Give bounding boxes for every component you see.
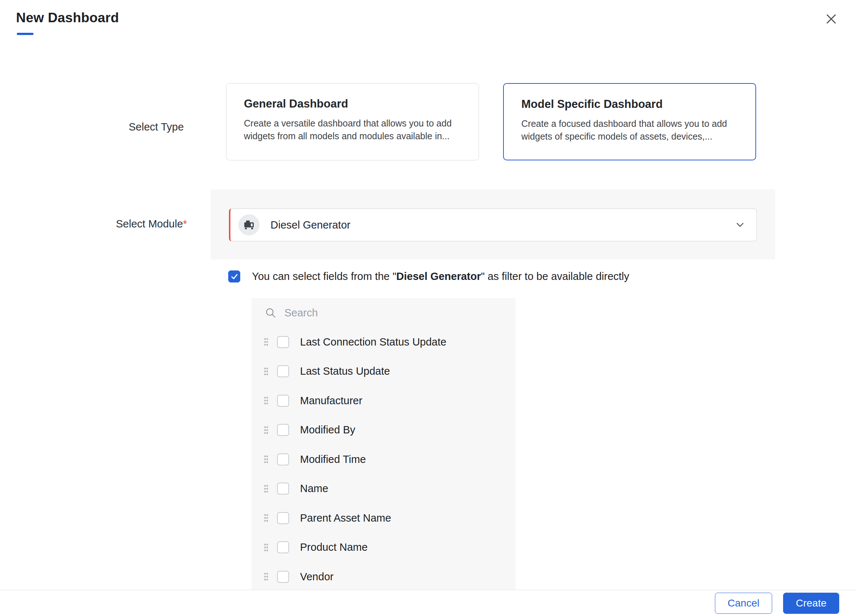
filter-note-suffix: " as filter to be available directly <box>481 271 629 282</box>
drag-handle-icon[interactable] <box>263 542 269 553</box>
fields-filter-panel: Last Connection Status Update Last Statu… <box>251 298 516 590</box>
drag-handle-icon[interactable] <box>263 367 269 377</box>
filter-note-model-name: Diesel Generator <box>396 271 481 282</box>
card-general-dashboard[interactable]: General Dashboard Create a versatile das… <box>226 83 479 160</box>
drag-handle-icon[interactable] <box>263 484 269 494</box>
field-checkbox[interactable] <box>277 453 289 465</box>
field-checkbox[interactable] <box>277 365 289 377</box>
field-row[interactable]: Vendor <box>251 562 516 590</box>
search-icon <box>265 307 276 319</box>
module-select-dropdown[interactable]: Diesel Generator <box>229 208 757 241</box>
card-model-specific-dashboard[interactable]: Model Specific Dashboard Create a focuse… <box>503 83 756 160</box>
drag-handle-icon[interactable] <box>263 337 269 347</box>
field-label: Last Connection Status Update <box>300 336 446 348</box>
field-checkbox[interactable] <box>277 424 289 436</box>
card-title: Model Specific Dashboard <box>521 98 739 111</box>
filter-note-text: You can select fields from the "Diesel G… <box>252 271 629 282</box>
search-row <box>251 298 516 327</box>
field-checkbox[interactable] <box>277 336 289 348</box>
required-asterisk: * <box>183 218 187 229</box>
field-row[interactable]: Last Connection Status Update <box>251 327 516 357</box>
filter-note-checkbox[interactable] <box>228 271 240 282</box>
field-checkbox[interactable] <box>277 571 289 583</box>
check-icon <box>230 273 239 281</box>
drag-handle-icon[interactable] <box>263 396 269 406</box>
field-row[interactable]: Modified By <box>251 416 516 445</box>
filter-note-prefix: You can select fields from the " <box>252 271 396 282</box>
field-row[interactable]: Name <box>251 474 516 504</box>
close-button[interactable] <box>823 11 839 27</box>
select-module-label-text: Select Module <box>116 218 183 229</box>
filter-note-row: You can select fields from the "Diesel G… <box>228 271 629 282</box>
field-row[interactable]: Product Name <box>251 533 516 562</box>
module-icon-badge <box>239 214 260 236</box>
drag-handle-icon[interactable] <box>263 513 269 523</box>
drag-handle-icon[interactable] <box>263 454 269 464</box>
new-dashboard-modal: New Dashboard Select Type General Dashbo… <box>0 0 856 616</box>
field-row[interactable]: Last Status Update <box>251 357 516 387</box>
footer-bar: Cancel Create <box>0 590 856 616</box>
select-module-label: Select Module* <box>116 218 187 230</box>
field-checkbox[interactable] <box>277 512 289 524</box>
field-label: Last Status Update <box>300 365 390 377</box>
cancel-button[interactable]: Cancel <box>715 593 772 614</box>
field-label: Parent Asset Name <box>300 512 391 524</box>
field-row[interactable]: Manufacturer <box>251 386 516 416</box>
field-label: Modified By <box>300 424 356 436</box>
drag-handle-icon[interactable] <box>263 425 269 435</box>
select-module-panel: Diesel Generator <box>211 189 775 260</box>
close-icon <box>825 12 838 26</box>
field-row[interactable]: Modified Time <box>251 445 516 474</box>
field-checkbox[interactable] <box>277 395 289 407</box>
field-checkbox[interactable] <box>277 483 289 494</box>
create-button[interactable]: Create <box>783 593 839 614</box>
search-input[interactable] <box>284 307 488 319</box>
field-label: Product Name <box>300 541 368 553</box>
select-type-label: Select Type <box>129 121 184 133</box>
page-title: New Dashboard <box>16 10 119 26</box>
card-description: Create a versatile dashboard that allows… <box>244 117 462 142</box>
module-select-value: Diesel Generator <box>271 219 350 231</box>
card-title: General Dashboard <box>244 97 462 111</box>
field-label: Modified Time <box>300 453 366 465</box>
field-checkbox[interactable] <box>277 541 289 553</box>
field-label: Name <box>300 483 328 494</box>
field-row[interactable]: Parent Asset Name <box>251 504 516 533</box>
field-label: Manufacturer <box>300 395 362 407</box>
chevron-down-icon <box>734 219 745 230</box>
generator-icon <box>243 219 255 231</box>
drag-handle-icon[interactable] <box>263 571 269 582</box>
card-description: Create a focused dashboard that allows y… <box>521 117 739 143</box>
title-accent-underline <box>17 33 34 35</box>
field-label: Vendor <box>300 571 334 583</box>
